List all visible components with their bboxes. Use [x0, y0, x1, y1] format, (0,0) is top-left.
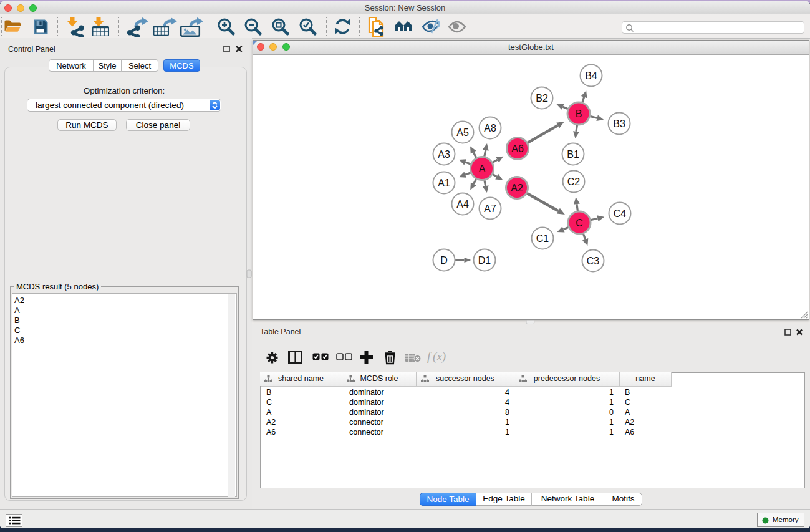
svg-text:C1: C1 [536, 233, 549, 244]
svg-text:B2: B2 [536, 93, 548, 104]
svg-text:C2: C2 [567, 177, 581, 187]
svg-text:B1: B1 [567, 149, 579, 160]
svg-text:B3: B3 [613, 118, 625, 129]
svg-text:D1: D1 [478, 255, 491, 266]
svg-text:A8: A8 [484, 123, 496, 133]
svg-text:C4: C4 [614, 208, 627, 219]
svg-text:C3: C3 [587, 256, 600, 266]
svg-text:A5: A5 [456, 127, 469, 138]
svg-text:D: D [440, 255, 448, 266]
svg-text:A6: A6 [511, 143, 524, 154]
svg-text:A: A [479, 163, 486, 174]
svg-text:B4: B4 [585, 70, 597, 81]
svg-text:B: B [576, 109, 582, 119]
svg-text:A3: A3 [438, 149, 450, 160]
svg-text:A7: A7 [484, 203, 496, 214]
svg-text:C: C [576, 218, 583, 228]
svg-text:A2: A2 [511, 183, 523, 193]
svg-text:A1: A1 [438, 178, 450, 188]
svg-text:A4: A4 [456, 199, 469, 210]
